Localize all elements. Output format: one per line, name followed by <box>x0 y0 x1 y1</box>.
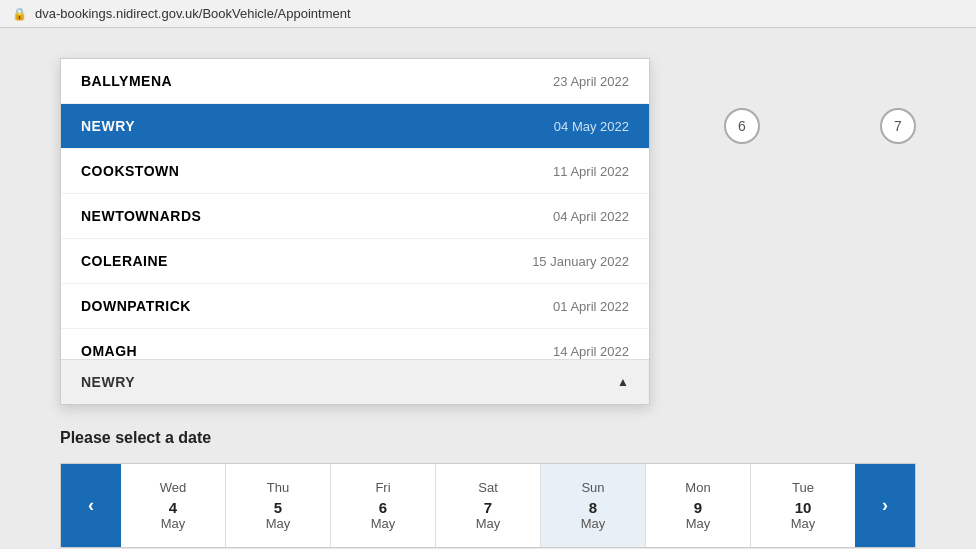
month-name: May <box>266 516 291 531</box>
lock-icon: 🔒 <box>12 7 27 21</box>
date-section: Please select a date ‹ Wed4MayThu5MayFri… <box>0 409 976 548</box>
dropdown-item-cookstown[interactable]: COOKSTOWN11 April 2022 <box>61 149 649 194</box>
prev-date-button[interactable]: ‹ <box>61 464 121 547</box>
date-col-5-may[interactable]: Thu5May <box>226 464 331 547</box>
dropdown-item-name: COLERAINE <box>81 253 168 269</box>
day-number: 6 <box>379 499 387 516</box>
month-name: May <box>371 516 396 531</box>
month-name: May <box>791 516 816 531</box>
dropdown-item-date: 04 May 2022 <box>554 119 629 134</box>
day-name: Fri <box>375 480 390 495</box>
dropdown-item-name: BALLYMENA <box>81 73 172 89</box>
day-name: Sun <box>581 480 604 495</box>
date-col-8-may[interactable]: Sun8May <box>541 464 646 547</box>
dropdown-list[interactable]: BALLYMENA23 April 2022NEWRY04 May 2022CO… <box>61 59 649 359</box>
day-name: Tue <box>792 480 814 495</box>
timeline-node-7: 7 <box>880 108 916 144</box>
day-number: 8 <box>589 499 597 516</box>
month-name: May <box>161 516 186 531</box>
date-picker: ‹ Wed4MayThu5MayFri6MaySat7MaySun8MayMon… <box>60 463 916 548</box>
date-col-7-may[interactable]: Sat7May <box>436 464 541 547</box>
day-name: Wed <box>160 480 187 495</box>
date-col-10-may[interactable]: Tue10May <box>751 464 855 547</box>
date-col-6-may[interactable]: Fri6May <box>331 464 436 547</box>
dropdown-item-date: 23 April 2022 <box>553 74 629 89</box>
day-name: Thu <box>267 480 289 495</box>
dropdown-item-name: NEWTOWNARDS <box>81 208 201 224</box>
month-name: May <box>581 516 606 531</box>
date-col-4-may[interactable]: Wed4May <box>121 464 226 547</box>
timeline-area: 6 7 <box>724 108 916 144</box>
date-columns: Wed4MayThu5MayFri6MaySat7MaySun8MayMon9M… <box>121 464 855 547</box>
date-section-title: Please select a date <box>60 429 916 447</box>
main-content: 6 7 BALLYMENA23 April 2022NEWRY04 May 20… <box>0 28 976 548</box>
location-dropdown-container: BALLYMENA23 April 2022NEWRY04 May 2022CO… <box>60 58 650 405</box>
dropdown-item-name: NEWRY <box>81 118 135 134</box>
dropdown-item-coleraine[interactable]: COLERAINE15 January 2022 <box>61 239 649 284</box>
day-number: 10 <box>795 499 812 516</box>
day-number: 5 <box>274 499 282 516</box>
selected-value-bar[interactable]: NEWRY ▲ <box>61 359 649 404</box>
day-name: Sat <box>478 480 498 495</box>
dropdown-item-downpatrick[interactable]: DOWNPATRICK01 April 2022 <box>61 284 649 329</box>
dropdown-item-date: 01 April 2022 <box>553 299 629 314</box>
dropdown-item-date: 14 April 2022 <box>553 344 629 359</box>
dropdown-item-newtownards[interactable]: NEWTOWNARDS04 April 2022 <box>61 194 649 239</box>
dropdown-arrow-icon: ▲ <box>617 375 629 389</box>
dropdown-item-omagh[interactable]: OMAGH14 April 2022 <box>61 329 649 359</box>
dropdown-item-date: 15 January 2022 <box>532 254 629 269</box>
next-date-button[interactable]: › <box>855 464 915 547</box>
selected-value-label: NEWRY <box>81 374 135 390</box>
dropdown-item-name: COOKSTOWN <box>81 163 179 179</box>
dropdown-item-date: 04 April 2022 <box>553 209 629 224</box>
month-name: May <box>476 516 501 531</box>
dropdown-item-ballymena[interactable]: BALLYMENA23 April 2022 <box>61 59 649 104</box>
day-number: 9 <box>694 499 702 516</box>
url-text: dva-bookings.nidirect.gov.uk/BookVehicle… <box>35 6 351 21</box>
month-name: May <box>686 516 711 531</box>
day-number: 7 <box>484 499 492 516</box>
dropdown-item-name: DOWNPATRICK <box>81 298 191 314</box>
dropdown-item-date: 11 April 2022 <box>553 164 629 179</box>
day-number: 4 <box>169 499 177 516</box>
timeline-node-6: 6 <box>724 108 760 144</box>
dropdown-item-newry[interactable]: NEWRY04 May 2022 <box>61 104 649 149</box>
dropdown-item-name: OMAGH <box>81 343 137 359</box>
date-col-9-may[interactable]: Mon9May <box>646 464 751 547</box>
address-bar: 🔒 dva-bookings.nidirect.gov.uk/BookVehic… <box>0 0 976 28</box>
day-name: Mon <box>685 480 710 495</box>
